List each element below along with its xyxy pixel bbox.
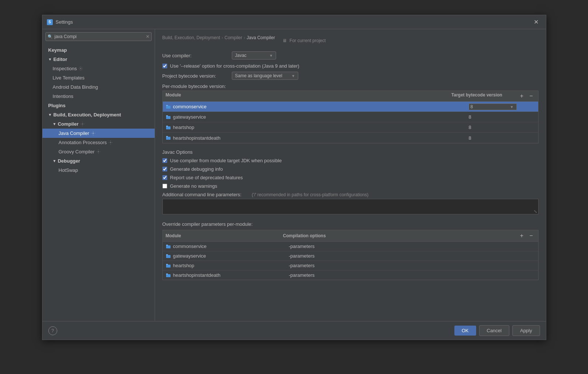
override-module-cell: gatewayservice (166, 253, 289, 259)
override-row[interactable]: gatewayservice -parameters (163, 251, 538, 261)
search-box: 🔍 ✕ (45, 32, 152, 41)
override-options-cell: -parameters (289, 272, 535, 278)
sidebar-item-hotswap[interactable]: HotSwap (42, 166, 155, 175)
override-options-header: Compilation options (283, 233, 518, 238)
help-button[interactable]: ? (48, 326, 57, 335)
remove-override-button[interactable]: − (527, 232, 535, 239)
override-row[interactable]: heartshopinstantdeath -parameters (163, 271, 538, 280)
sidebar-item-label: Keymap (48, 47, 67, 53)
sidebar-item-live-templates[interactable]: Live Templates (42, 73, 155, 82)
svg-point-2 (92, 132, 94, 134)
javac-option-use-compiler: Use compiler from module target JDK when… (162, 158, 539, 163)
sidebar-item-keymap[interactable]: Keymap (42, 45, 155, 55)
sidebar-item-build-execution-deployment[interactable]: ▼ Build, Execution, Deployment (42, 110, 155, 119)
sidebar-item-inspections[interactable]: Inspections (42, 64, 155, 73)
project-bytecode-row: Project bytecode version: Same as langua… (162, 72, 539, 80)
version-cell: 8 (469, 135, 535, 141)
sidebar-item-annotation-processors[interactable]: Annotation Processors (42, 138, 155, 147)
sidebar-item-plugins[interactable]: Plugins (42, 101, 155, 110)
close-button[interactable]: ✕ (531, 17, 541, 27)
per-module-header: Per-module bytecode version: (162, 84, 539, 89)
cmdline-hint: ('/' recommended in paths for cross-plat… (252, 192, 368, 197)
generate-no-warnings-checkbox[interactable] (162, 184, 167, 188)
override-module-header: Module (166, 233, 283, 238)
project-bytecode-select[interactable]: Same as language level (232, 72, 298, 80)
sidebar-item-android-data-binding[interactable]: Android Data Binding (42, 82, 155, 92)
remove-module-button[interactable]: − (527, 92, 535, 100)
use-release-checkbox[interactable] (162, 64, 167, 68)
arrow-icon: ▼ (53, 122, 56, 126)
table-row[interactable]: gatewayservice 8 (163, 112, 538, 122)
version-cell: 8 (469, 125, 535, 130)
use-release-label: Use '--release' option for cross-compila… (170, 63, 299, 69)
javac-option-generate-no-warnings: Generate no warnings (162, 183, 539, 189)
bottom-bar: ? OK Cancel Apply (42, 321, 546, 340)
cmdline-input[interactable] (162, 199, 539, 214)
svg-point-1 (82, 123, 83, 125)
use-compiler-select[interactable]: Javac (232, 51, 276, 59)
svg-rect-5 (166, 106, 171, 109)
module-icon (166, 244, 171, 249)
per-module-table-body: commonservice 8 ▼ (163, 102, 538, 143)
folder-icon (166, 125, 171, 130)
project-bytecode-label: Project bytecode version: (162, 73, 229, 79)
use-compiler-module-checkbox[interactable] (162, 158, 167, 163)
sidebar-item-compiler[interactable]: ▼ Compiler (42, 119, 155, 129)
table-row[interactable]: commonservice 8 ▼ (163, 102, 538, 112)
search-input[interactable] (45, 32, 152, 41)
search-clear-button[interactable]: ✕ (146, 34, 149, 39)
svg-rect-9 (166, 126, 171, 129)
apply-button[interactable]: Apply (512, 325, 540, 336)
generate-debugging-checkbox[interactable] (162, 167, 167, 171)
version-select[interactable]: 8 (469, 103, 517, 110)
project-bytecode-select-wrapper: Same as language level ▼ (232, 72, 298, 80)
folder-icon (166, 135, 171, 140)
use-compiler-select-wrapper: Javac ▼ (232, 51, 276, 59)
sidebar-item-label: Inspections (53, 66, 77, 71)
javac-option-report-deprecated: Report use of deprecated features (162, 175, 539, 180)
svg-rect-10 (166, 126, 168, 127)
sidebar: 🔍 ✕ Keymap ▼ Editor Inspections (42, 29, 155, 321)
sidebar-item-label: HotSwap (59, 167, 78, 173)
expand-icon[interactable]: ⤡ (534, 209, 537, 214)
gear-icon (91, 131, 96, 136)
app-icon: S (47, 19, 53, 25)
sidebar-item-label: Live Templates (53, 75, 85, 81)
cancel-button[interactable]: Cancel (479, 325, 509, 336)
table-row[interactable]: heartshopinstantdeath 8 (163, 133, 538, 143)
sidebar-item-editor[interactable]: ▼ Editor (42, 55, 155, 64)
monitor-icon: 🖥 (282, 38, 287, 43)
main-content: Build, Execution, Deployment › Compiler … (155, 29, 546, 321)
cmdline-params-header: Additional command line parameters: ('/'… (162, 192, 539, 197)
override-row[interactable]: commonservice -parameters (163, 242, 538, 251)
override-row[interactable]: heartshop -parameters (163, 261, 538, 271)
add-module-button[interactable]: + (518, 92, 526, 100)
report-deprecated-checkbox[interactable] (162, 175, 167, 180)
add-override-button[interactable]: + (518, 232, 526, 239)
module-icon (166, 104, 171, 109)
sidebar-item-groovy-compiler[interactable]: Groovy Compiler (42, 147, 155, 156)
javac-options-title: Javac Options (162, 149, 539, 155)
sidebar-item-label: Editor (53, 57, 67, 62)
table-header-actions: + − (518, 92, 535, 100)
breadcrumb: Build, Execution, Deployment › Compiler … (162, 35, 275, 40)
sidebar-item-debugger[interactable]: ▼ Debugger (42, 156, 155, 166)
svg-point-0 (80, 68, 82, 69)
arrow-icon: ▼ (53, 159, 56, 163)
module-icon (166, 135, 171, 140)
generate-no-warnings-label: Generate no warnings (170, 183, 217, 189)
sidebar-item-label: Build, Execution, Deployment (53, 112, 121, 118)
folder-icon (166, 104, 171, 109)
sidebar-item-intentions[interactable]: Intentions (42, 92, 155, 101)
title-bar: S Settings ✕ (42, 15, 546, 29)
ok-button[interactable]: OK (454, 326, 476, 336)
module-name: heartshop (173, 125, 469, 130)
per-module-table-header: Module Target bytecode version + − (163, 91, 538, 102)
per-module-section: Per-module bytecode version: Module Targ… (162, 84, 539, 143)
gear-icon (78, 66, 83, 71)
search-icon: 🔍 (48, 34, 53, 39)
sidebar-item-java-compiler[interactable]: Java Compiler (42, 129, 155, 138)
table-row[interactable]: heartshop 8 (163, 122, 538, 133)
report-deprecated-label: Report use of deprecated features (170, 175, 243, 180)
use-release-option-row: Use '--release' option for cross-compila… (162, 63, 539, 69)
